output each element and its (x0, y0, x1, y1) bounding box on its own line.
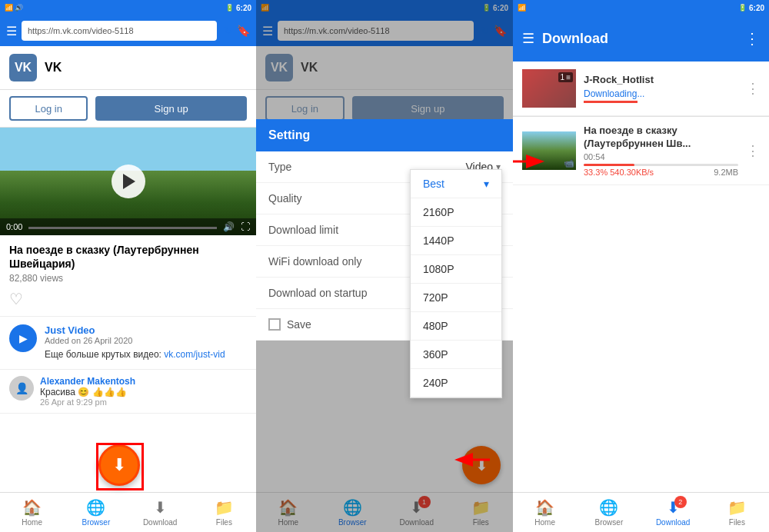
channel-name-left[interactable]: Just Video (45, 324, 247, 336)
comment-text-left: Alexander Makentosh Красива 😊 👍👍👍 26 Apr… (40, 376, 247, 407)
status-time-left: 6:20 (236, 4, 251, 12)
settings-overlay: Setting Type Video ▾ Quality Best ▾ Down… (256, 0, 513, 532)
bottom-nav-right: 🏠 Home 🌐 Browser 2 ⬇ Download 📁 Files (513, 492, 769, 532)
channel-avatar-left: ▶ (9, 324, 37, 352)
hamburger-icon-left[interactable]: ☰ (6, 24, 17, 38)
address-input-left[interactable]: https://m.vk.com/video-5118 (22, 21, 217, 41)
dlimit-label: Download limit (268, 224, 338, 236)
nav-files-label-left: Files (216, 518, 232, 527)
train-progress-row (584, 164, 738, 166)
download-item-jrock: 1 ≡ J-Rock_Hotlist Downloading... ⋮ (513, 62, 769, 116)
fullscreen-icon-left[interactable]: ⛶ (241, 221, 250, 232)
wifi-label: WiFi download only (268, 255, 361, 268)
channel-date-left: Added on 26 April 2020 (45, 336, 247, 345)
nav-files-left[interactable]: 📁 Files (192, 493, 256, 532)
channel-info-left: ▶ Just Video Added on 26 April 2020 Еще … (0, 317, 256, 370)
browser-icon-right: 🌐 (599, 498, 618, 517)
red-arrow-right (513, 150, 548, 176)
status-right-right: 🔋 6:20 (738, 4, 764, 12)
vk-logo-left: VK (9, 54, 37, 81)
nav-home-label-right: Home (534, 518, 555, 527)
nav-home-label-left: Home (22, 518, 42, 527)
comment-author-left[interactable]: Alexander Makentosh (40, 376, 247, 387)
quality-1440p[interactable]: 1440P (411, 227, 501, 255)
right-panel: 📶 🔋 6:20 ☰ Download ⋮ 1 ≡ (513, 0, 769, 532)
jrock-badge-num: 1 (561, 73, 565, 81)
video-views-left: 82,880 views (9, 273, 247, 284)
volume-icon-left[interactable]: 🔊 (223, 221, 235, 232)
quality-2160p[interactable]: 2160P (411, 198, 501, 227)
jrock-info: J-Rock_Hotlist Downloading... (584, 74, 738, 103)
train-info: На поезде в сказку (Лаутербруннен Шв... … (584, 125, 738, 177)
wifi-icon: 🔊 (15, 4, 23, 12)
download-item-train: 📹 На поезде в сказку (Лаутербруннен Шв..… (513, 117, 769, 185)
comment-content-left: Красива 😊 👍👍👍 (40, 387, 247, 397)
channel-link-left[interactable]: vk.com/just-vid (164, 349, 225, 360)
video-controls-left: 0:00 🔊 ⛶ (0, 218, 256, 235)
play-triangle-left (123, 174, 135, 189)
download-fab-icon-left: ⬇ (112, 455, 126, 475)
save-checkbox[interactable] (268, 318, 281, 331)
quality-240p[interactable]: 240P (411, 369, 501, 397)
download-fab-left[interactable]: ⬇ (98, 444, 140, 486)
quality-480p[interactable]: 480P (411, 312, 501, 341)
train-name: На поезде в сказку (Лаутербруннен Шв... (584, 125, 738, 151)
video-cam-icon-train: 📹 (564, 158, 574, 168)
train-more-icon[interactable]: ⋮ (746, 142, 760, 159)
train-speed: 33.3% 540.30KB/s (584, 168, 654, 177)
download-icon-left: ⬇ (154, 498, 167, 517)
quality-1080p[interactable]: 1080P (411, 255, 501, 284)
settings-header: Setting (256, 119, 513, 151)
channel-text-left: Just Video Added on 26 April 2020 Еще бо… (45, 324, 247, 361)
nav-files-right[interactable]: 📁 Files (705, 493, 769, 532)
jrock-list-icon: ≡ (566, 73, 571, 81)
jrock-name: J-Rock_Hotlist (584, 74, 738, 87)
nav-browser-label-left: Browser (82, 518, 111, 527)
nav-download-label-right: Download (656, 518, 690, 527)
status-bar-left-icons: 📶 🔊 (5, 4, 23, 12)
browser-icon-left: 🌐 (86, 498, 105, 517)
vk-title-left: VK (45, 61, 62, 75)
train-size: 9.2MB (714, 168, 738, 177)
channel-avatar-icon-left: ▶ (19, 332, 28, 344)
quality-best[interactable]: Best▾ (411, 170, 501, 198)
like-icon-left[interactable]: ♡ (9, 290, 247, 308)
hamburger-icon-right[interactable]: ☰ (522, 30, 534, 47)
files-icon-right: 📁 (727, 498, 747, 517)
video-info-left: На поезде в сказку (Лаутербруннен Швейца… (0, 235, 256, 317)
nav-home-left[interactable]: 🏠 Home (0, 493, 64, 532)
auth-buttons-left: Log in Sign up (0, 90, 256, 128)
quality-720p[interactable]: 720P (411, 284, 501, 312)
home-icon-right: 🏠 (535, 498, 554, 517)
train-stats: 33.3% 540.30KB/s 9.2MB (584, 168, 738, 177)
jrock-badge: 1 ≡ (558, 72, 573, 82)
jrock-more-icon[interactable]: ⋮ (746, 80, 760, 97)
download-header-right: ☰ Download ⋮ (513, 15, 769, 62)
quality-360p[interactable]: 360P (411, 341, 501, 369)
bookmark-icon-left[interactable]: 🔖 (237, 25, 250, 37)
left-panel: 📶 🔊 🔋 6:20 ☰ https://m.vk.com/video-5118… (0, 0, 256, 532)
nav-download-left[interactable]: ⬇ Download (128, 493, 192, 532)
bottom-nav-left: 🏠 Home 🌐 Browser ⬇ Download 📁 Files (0, 492, 256, 532)
video-title-left: На поезде в сказку (Лаутербруннен Швейца… (9, 243, 247, 271)
quality-label: Quality (268, 192, 302, 204)
nav-download-label-left: Download (143, 518, 177, 527)
more-icon-right[interactable]: ⋮ (744, 29, 760, 48)
video-progress-left[interactable] (28, 227, 217, 229)
video-player-left[interactable]: 0:00 🔊 ⛶ (0, 128, 256, 235)
signup-button-left[interactable]: Sign up (95, 96, 247, 121)
play-button-left[interactable] (112, 165, 145, 198)
nav-browser-left[interactable]: 🌐 Browser (64, 493, 128, 532)
nav-browser-right[interactable]: 🌐 Browser (577, 493, 641, 532)
train-duration: 00:54 (584, 152, 738, 161)
middle-panel: 📶 🔋 6:20 ☰ https://m.vk.com/video-5118 ↻… (256, 0, 513, 532)
comment-left: 👤 Alexander Makentosh Красива 😊 👍👍👍 26 A… (0, 370, 256, 414)
nav-download-right[interactable]: 2 ⬇ Download (641, 493, 705, 532)
comment-avatar-left: 👤 (9, 376, 34, 401)
signal-icon: 📶 (5, 4, 13, 12)
refresh-icon-left[interactable]: ↻ (225, 25, 232, 36)
signal-icon-right: 📶 (518, 4, 526, 12)
download-badge-right: 2 (674, 496, 687, 508)
login-button-left[interactable]: Log in (9, 96, 88, 121)
nav-home-right[interactable]: 🏠 Home (513, 493, 577, 532)
